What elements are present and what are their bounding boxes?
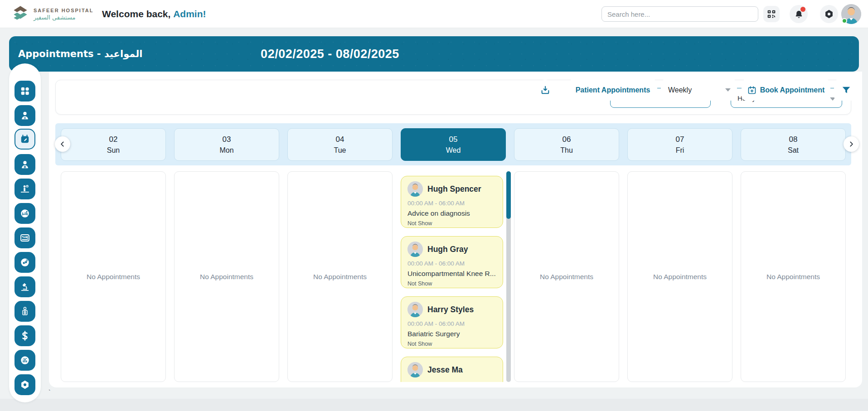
- scrollbar-thumb[interactable]: [506, 171, 511, 219]
- sidebar-item-radiology[interactable]: [15, 301, 35, 322]
- sidebar-item-appointments[interactable]: [15, 129, 35, 150]
- sidebar-item-patients[interactable]: [15, 154, 35, 175]
- day-card-thu[interactable]: 06Thu: [514, 128, 619, 161]
- week-day-strip: 02Sun 03Mon 04Tue 05Wed 06Thu 07Fri 08Sa…: [55, 123, 851, 165]
- patient-avatar-icon: [407, 302, 423, 317]
- qr-scan-icon: [767, 10, 776, 19]
- microscope-icon: [20, 282, 30, 292]
- sidebar-item-billing[interactable]: [15, 325, 35, 346]
- sidebar-nav: [9, 63, 41, 402]
- appointment-status: Not Show: [407, 341, 496, 347]
- notifications-button[interactable]: [790, 5, 808, 23]
- patient-name: Harry Styles: [427, 305, 474, 314]
- patient-name: Hugh Spencer: [427, 184, 481, 194]
- appointments-header-bar: Appointments - المواعيد 02/02/2025 - 08/…: [9, 36, 859, 72]
- no-appointments-text: No Appointments: [540, 273, 593, 281]
- appointment-time: 00:00 AM - 06:00 AM: [407, 381, 496, 382]
- day-column-thu: No Appointments: [514, 171, 619, 382]
- logo-name-arabic: مستشفى السفير: [34, 14, 93, 21]
- sidebar-item-pharmacy[interactable]: [15, 252, 35, 273]
- appointment-card[interactable]: Hugh Gray 00:00 AM - 06:00 AM Unicompart…: [401, 236, 503, 288]
- appointment-treatment: Unicompartmental Knee R...: [407, 270, 496, 278]
- qr-scan-button[interactable]: [763, 6, 780, 22]
- xray-icon: [20, 306, 30, 316]
- previous-week-button[interactable]: [55, 136, 70, 152]
- day-column-fri: No Appointments: [627, 171, 732, 382]
- download-icon: [540, 85, 550, 95]
- page-bottom-strip: [0, 399, 868, 411]
- dashboard-icon: [20, 86, 30, 96]
- day-card-mon[interactable]: 03Mon: [174, 128, 279, 161]
- patient-name: Hugh Gray: [427, 245, 468, 254]
- appointment-time: 00:00 AM - 06:00 AM: [407, 200, 496, 207]
- patient-appointments-button[interactable]: Patient Appointments: [568, 79, 657, 101]
- patient-avatar-icon: [407, 362, 423, 377]
- doctor-icon: [20, 111, 30, 121]
- appointment-card[interactable]: Harry Styles 00:00 AM - 06:00 AM Bariatr…: [401, 296, 503, 348]
- no-appointments-text: No Appointments: [653, 273, 707, 281]
- logo-s-mark: [11, 5, 30, 24]
- chevron-down-icon: [725, 88, 731, 92]
- patient-name: Jesse Ma: [427, 365, 463, 375]
- welcome-message: Welcome back, Admin!: [102, 0, 206, 28]
- day-column-sat: No Appointments: [741, 171, 846, 382]
- appointment-status: Not Show: [407, 280, 496, 287]
- day-column-tue: No Appointments: [287, 171, 393, 382]
- sidebar-item-doctors[interactable]: [15, 105, 35, 126]
- no-appointments-text: No Appointments: [200, 273, 253, 281]
- stray-mark: `: [48, 389, 51, 396]
- settings-button[interactable]: [820, 5, 838, 23]
- book-appointment-button[interactable]: Book Appointment: [742, 79, 830, 101]
- ward-bed-circle-icon: [20, 208, 30, 218]
- view-mode-select[interactable]: Weekly: [661, 79, 737, 101]
- hospital-logo: SAFEER HOSPITAL مستشفى السفير: [11, 5, 93, 24]
- date-range: 02/02/2025 - 08/02/2025: [253, 36, 407, 72]
- analytics-chart-icon: [20, 355, 30, 365]
- reception-desk-icon: [20, 184, 30, 194]
- page-title: Appointments - المواعيد: [18, 36, 142, 72]
- day-card-fri[interactable]: 07Fri: [627, 128, 732, 161]
- chevron-left-icon: [59, 141, 66, 147]
- day-column-sun: No Appointments: [61, 171, 166, 382]
- funnel-icon: [841, 85, 851, 95]
- patient-icon: [20, 160, 30, 169]
- sidebar-item-dashboard[interactable]: [15, 81, 35, 102]
- sidebar-item-reports[interactable]: [15, 350, 35, 371]
- sidebar-item-reception[interactable]: [15, 179, 35, 199]
- settings-nut-icon: [824, 9, 834, 19]
- sidebar-item-beds[interactable]: [15, 227, 35, 248]
- welcome-username: Admin!: [173, 9, 206, 19]
- appointment-time: 00:00 AM - 06:00 AM: [407, 320, 496, 327]
- appointments-scrollbar[interactable]: [506, 171, 511, 382]
- day-card-sun[interactable]: 02Sun: [61, 128, 166, 161]
- dollar-icon: [19, 330, 30, 341]
- sidebar-item-ward[interactable]: [15, 203, 35, 224]
- no-appointments-text: No Appointments: [766, 273, 820, 281]
- appointment-card[interactable]: Hugh Spencer 00:00 AM - 06:00 AM Advice …: [401, 176, 503, 228]
- pharmacy-icon: [20, 257, 30, 267]
- notification-badge: [800, 7, 805, 12]
- settings-nut-icon: [20, 380, 30, 390]
- day-column-mon: No Appointments: [174, 171, 279, 382]
- day-card-sat[interactable]: 08Sat: [741, 128, 846, 161]
- appointment-treatment: Bariatric Surgery: [407, 330, 496, 338]
- next-week-button[interactable]: [844, 136, 859, 152]
- appointment-treatment: Advice on diagnosis: [407, 209, 496, 218]
- day-card-wed-selected[interactable]: 05Wed: [401, 128, 506, 161]
- sidebar-item-settings[interactable]: [15, 374, 35, 395]
- chevron-right-icon: [848, 141, 854, 147]
- online-status-dot: [842, 18, 847, 24]
- patient-avatar-icon: [407, 181, 423, 197]
- sidebar-item-laboratory[interactable]: [15, 276, 35, 297]
- appointments-calendar-icon: [20, 134, 30, 144]
- day-column-wed-appointments: Hugh Spencer 00:00 AM - 06:00 AM Advice …: [401, 171, 506, 382]
- top-navbar: SAFEER HOSPITAL مستشفى السفير Welcome ba…: [0, 0, 868, 28]
- patient-avatar-icon: [407, 242, 423, 257]
- download-button[interactable]: [535, 80, 555, 100]
- filter-button[interactable]: [834, 79, 858, 101]
- search-input[interactable]: [601, 6, 758, 22]
- appointment-card[interactable]: Jesse Ma 00:00 AM - 06:00 AM: [401, 357, 503, 382]
- appointment-status: Not Show: [407, 220, 496, 227]
- no-appointments-text: No Appointments: [87, 273, 140, 281]
- day-card-tue[interactable]: 04Tue: [287, 128, 393, 161]
